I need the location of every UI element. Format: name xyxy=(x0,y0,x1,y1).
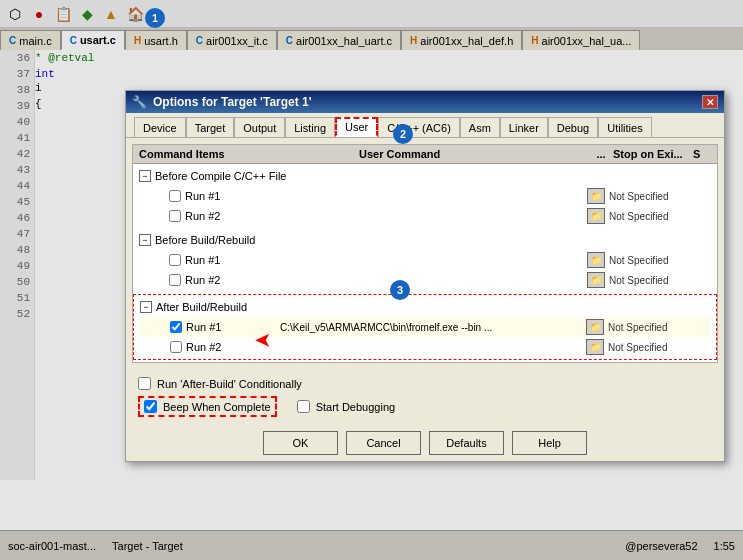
tab-user[interactable]: User xyxy=(335,117,378,137)
build-run2-browse-btn[interactable]: 📁 xyxy=(587,272,605,288)
section-header-build: − Before Build/Rebuild xyxy=(139,230,711,250)
compile-run2-browse-btn[interactable]: 📁 xyxy=(587,208,605,224)
dialog-titlebar: 🔧 Options for Target 'Target 1' ✕ xyxy=(126,91,724,113)
tab-debug[interactable]: Debug xyxy=(548,117,598,137)
section-before-compile: − Before Compile C/C++ File Run #1 📁 Not… xyxy=(133,164,717,228)
compile-run2-checkbox[interactable] xyxy=(169,210,181,222)
tab-device[interactable]: Device xyxy=(134,117,186,137)
dialog-close-button[interactable]: ✕ xyxy=(702,95,718,109)
after-build-run1-checkbox[interactable] xyxy=(170,321,182,333)
after-build-run1-row: Run #1 C:\Keil_v5\ARM\ARMCC\bin\fromelf.… xyxy=(140,317,710,337)
cancel-button[interactable]: Cancel xyxy=(346,431,421,455)
tab-listing[interactable]: Listing xyxy=(285,117,335,137)
compile-run1-row: Run #1 📁 Not Specified xyxy=(139,186,711,206)
dialog-title: Options for Target 'Target 1' xyxy=(153,95,312,109)
dialog-body: Command Items User Command ... Stop on E… xyxy=(132,144,718,363)
tab-asm[interactable]: Asm xyxy=(460,117,500,137)
bottom-checkboxes-row: Beep When Complete Start Debugging xyxy=(138,396,712,417)
section-after-build: − After Build/Rebuild Run #1 C:\Keil_v5\… xyxy=(133,294,717,360)
start-debug-checkbox[interactable] xyxy=(297,400,310,413)
tab-target[interactable]: Target xyxy=(186,117,235,137)
after-build-run2-row: Run #2 📁 Not Specified xyxy=(140,337,710,357)
tab-utilities[interactable]: Utilities xyxy=(598,117,651,137)
build-run1-row: Run #1 📁 Not Specified xyxy=(139,250,711,270)
build-run2-checkbox[interactable] xyxy=(169,274,181,286)
beep-checkbox[interactable] xyxy=(144,400,157,413)
run-after-build-checkbox[interactable] xyxy=(138,377,151,390)
dialog-footer: OK Cancel Defaults Help xyxy=(126,425,724,461)
ok-button[interactable]: OK xyxy=(263,431,338,455)
section-header-compile: − Before Compile C/C++ File xyxy=(139,166,711,186)
defaults-button[interactable]: Defaults xyxy=(429,431,504,455)
header-command: Command Items xyxy=(139,148,359,160)
header-s: S xyxy=(693,148,711,160)
badge-3: 3 xyxy=(390,280,410,300)
compile-run1-checkbox[interactable] xyxy=(169,190,181,202)
arrow-run1: ➤ xyxy=(255,330,270,352)
section-toggle-after-build[interactable]: − xyxy=(140,301,152,313)
after-build-run1-browse-btn[interactable]: 📁 xyxy=(586,319,604,335)
tab-linker[interactable]: Linker xyxy=(500,117,548,137)
options-dialog: 🔧 Options for Target 'Target 1' ✕ Device… xyxy=(125,90,725,462)
help-button[interactable]: Help xyxy=(512,431,587,455)
after-build-run2-browse-btn[interactable]: 📁 xyxy=(586,339,604,355)
build-run1-browse-btn[interactable]: 📁 xyxy=(587,252,605,268)
tab-cpp[interactable]: C/C++ (AC6) xyxy=(378,117,460,137)
build-run1-checkbox[interactable] xyxy=(169,254,181,266)
run-after-build-row: Run 'After-Build' Conditionally xyxy=(138,377,712,390)
build-run2-row: Run #2 📁 Not Specified xyxy=(139,270,711,290)
tab-output[interactable]: Output xyxy=(234,117,285,137)
badge-1: 1 xyxy=(145,8,165,28)
section-toggle-build[interactable]: − xyxy=(139,234,151,246)
beep-checkbox-row: Beep When Complete xyxy=(138,396,277,417)
section-header-after-build: − After Build/Rebuild xyxy=(140,297,710,317)
dialog-bottom-options: Run 'After-Build' Conditionally Beep Whe… xyxy=(126,369,724,425)
badge-2: 2 xyxy=(393,124,413,144)
dialog-icon: 🔧 xyxy=(132,95,147,109)
header-user: User Command xyxy=(359,148,589,160)
header-stop: Stop on Exi... xyxy=(613,148,693,160)
header-dots: ... xyxy=(589,148,613,160)
compile-run2-row: Run #2 📁 Not Specified xyxy=(139,206,711,226)
section-before-build: − Before Build/Rebuild Run #1 📁 Not Spec… xyxy=(133,228,717,292)
dialog-tab-bar: Device Target Output Listing User C/C++ … xyxy=(126,113,724,138)
after-build-run2-checkbox[interactable] xyxy=(170,341,182,353)
section-toggle-compile[interactable]: − xyxy=(139,170,151,182)
start-debug-row: Start Debugging xyxy=(297,400,396,413)
table-header: Command Items User Command ... Stop on E… xyxy=(133,145,717,164)
compile-run1-browse-btn[interactable]: 📁 xyxy=(587,188,605,204)
